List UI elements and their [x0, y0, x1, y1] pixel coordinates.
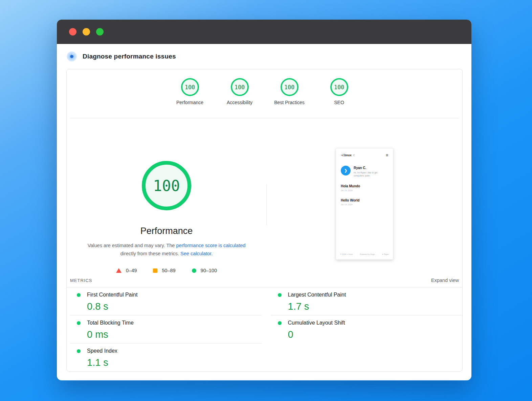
- metric-value: 0 ms: [87, 328, 262, 340]
- thumb-author-name: Ryan C.: [354, 166, 377, 170]
- pass-dot-icon: [77, 349, 81, 353]
- score-description: Values are estimated and may vary. The p…: [82, 241, 251, 258]
- pass-dot-icon: [278, 321, 282, 325]
- app-window: Diagnose performance issues 100 Performa…: [57, 20, 471, 380]
- metric-largest-contentful-paint: Largest Contentful Paint 1.7 s: [271, 287, 463, 315]
- score-accessibility[interactable]: 100 Accessibility: [215, 78, 265, 118]
- see-calculator-link[interactable]: See calculator.: [180, 251, 213, 256]
- thumb-author-bio: Hi, I'm Ryan! I like to get computers 'p…: [354, 171, 377, 177]
- screenshot-column: ~/.bnux ☾ ≡ ❯ Ryan C. Hi, I'm Ryan! I li…: [267, 118, 462, 275]
- metrics-right-column: Largest Contentful Paint 1.7 s Cumulativ…: [271, 287, 463, 371]
- hamburger-menu-icon: ≡: [386, 154, 388, 157]
- metrics-left-column: First Contentful Paint 0.8 s Total Block…: [70, 287, 262, 371]
- metric-value: 1.7 s: [288, 300, 463, 312]
- pass-dot-icon: [278, 293, 282, 297]
- score-ring: 100: [231, 78, 249, 96]
- score-best-practices[interactable]: 100 Best Practices: [265, 78, 314, 118]
- thumb-post: Hello World Jan 14, 2024: [341, 198, 388, 206]
- expand-view-button[interactable]: Expand view: [431, 278, 459, 283]
- avatar: ❯: [341, 166, 351, 175]
- score-ring: 100: [181, 78, 199, 96]
- thumb-post: Hola Mundo Jan 14, 2024: [341, 184, 388, 191]
- pass-dot-icon: [77, 293, 81, 297]
- score-calc-link[interactable]: performance score is calculated: [176, 243, 246, 248]
- metric-cumulative-layout-shift: Cumulative Layout Shift 0: [271, 315, 463, 343]
- minimize-button[interactable]: [83, 28, 90, 36]
- gauge-title: Performance: [140, 226, 193, 236]
- legend-pass: 90–100: [192, 268, 217, 273]
- pass-circle-icon: [192, 268, 196, 273]
- score-ring: 100: [281, 78, 298, 96]
- metric-total-blocking-time: Total Blocking Time 0 ms: [70, 315, 262, 344]
- thumb-footer: © 2024 ~/.bnux Powered by Hugo ✦ Paper: [340, 253, 389, 255]
- fail-triangle-icon: [116, 268, 121, 273]
- report-card: 100 Performance 100 Accessibility 100 Be…: [66, 69, 463, 372]
- metric-value: 0.8 s: [87, 300, 262, 312]
- metric-value: 0: [288, 328, 463, 340]
- gauge-column: 100 Performance Values are estimated and…: [67, 118, 266, 275]
- score-legend: 0–49 50–89 90–100: [116, 268, 217, 273]
- metrics-heading: METRICS: [70, 278, 92, 283]
- window-titlebar: [57, 20, 471, 44]
- legend-fail: 0–49: [116, 268, 137, 273]
- performance-gauge: 100: [142, 161, 191, 210]
- score-seo[interactable]: 100 SEO: [314, 78, 364, 118]
- close-button[interactable]: [69, 28, 76, 36]
- metric-speed-index: Speed Index 1.1 s: [70, 344, 262, 371]
- thumb-profile: ❯ Ryan C. Hi, I'm Ryan! I like to get co…: [341, 166, 388, 177]
- score-ring: 100: [330, 78, 348, 96]
- performance-overview: 100 Performance Values are estimated and…: [67, 118, 462, 275]
- metrics-header: METRICS Expand view: [67, 275, 462, 287]
- report-header: Diagnose performance issues: [57, 44, 471, 69]
- lighthouse-gauge-icon: [67, 51, 77, 62]
- metrics-grid: First Contentful Paint 0.8 s Total Block…: [67, 287, 462, 371]
- page-title: Diagnose performance issues: [83, 53, 176, 60]
- metric-value: 1.1 s: [87, 356, 262, 369]
- zoom-button[interactable]: [96, 28, 104, 36]
- moon-icon: ☾: [353, 154, 356, 157]
- page-screenshot-thumbnail: ~/.bnux ☾ ≡ ❯ Ryan C. Hi, I'm Ryan! I li…: [336, 148, 393, 260]
- pass-dot-icon: [77, 321, 81, 325]
- metric-first-contentful-paint: First Contentful Paint 0.8 s: [70, 287, 262, 315]
- average-square-icon: [153, 268, 157, 273]
- thumb-site-header: ~/.bnux ☾ ≡: [341, 154, 388, 157]
- thumb-site-name: ~/.bnux: [341, 154, 352, 157]
- legend-average: 50–89: [153, 268, 175, 273]
- score-performance[interactable]: 100 Performance: [165, 78, 215, 118]
- category-scores-row: 100 Performance 100 Accessibility 100 Be…: [67, 69, 462, 118]
